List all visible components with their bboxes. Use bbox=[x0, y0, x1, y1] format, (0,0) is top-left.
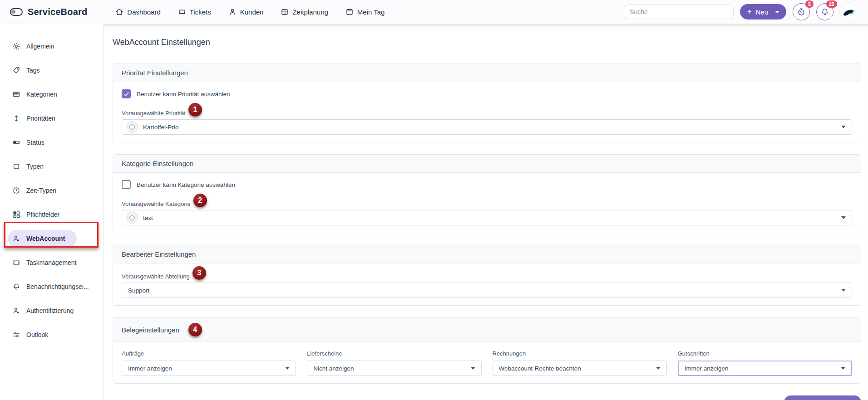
category-select-value: test bbox=[143, 215, 153, 221]
rechnungen-field: Rechnungen Webaccount-Rechte beachten bbox=[493, 350, 667, 376]
gutschriften-select[interactable]: Immer anzeigen bbox=[678, 361, 852, 376]
sidebar-item-allgemein[interactable]: Allgemein bbox=[0, 34, 103, 58]
chevron-down-icon bbox=[656, 367, 661, 370]
sidebar-item-benachrichtigung[interactable]: Benachrichtigungsei... bbox=[0, 274, 103, 298]
serviceboard-logo-icon bbox=[10, 8, 23, 16]
check-icon bbox=[123, 91, 129, 97]
priority-select[interactable]: Kartoffel-Prio bbox=[122, 119, 852, 135]
timer-badge: 5 bbox=[805, 0, 814, 8]
nav-label: Tickets bbox=[190, 8, 211, 16]
new-button[interactable]: + Neu bbox=[740, 4, 786, 20]
card-body: Benutzer kann Priorität auswählen Voraus… bbox=[113, 82, 861, 142]
active-item-pill: WebAccount bbox=[8, 230, 77, 247]
priority-color-icon bbox=[126, 121, 138, 133]
card-header-label: Kategorie Einstellungen bbox=[122, 160, 193, 167]
nav-item-mein-tag[interactable]: Mein Tag bbox=[345, 8, 385, 16]
topbar: ServiceBoard Dashboard Tickets Kunden Ze… bbox=[0, 0, 868, 24]
sidebar-item-label: Outlook bbox=[26, 331, 48, 338]
department-select[interactable]: Support bbox=[122, 283, 852, 298]
gutschriften-label: Gutschriften bbox=[678, 350, 852, 357]
priority-checkbox-row: Benutzer kann Priorität auswählen bbox=[122, 89, 852, 98]
top-navigation: Dashboard Tickets Kunden Zeitplanung Mei… bbox=[115, 8, 385, 16]
sidebar-item-authentifizierung[interactable]: Authentifizierung bbox=[0, 298, 103, 322]
sidebar-item-prioritaeten[interactable]: Prioritäten bbox=[0, 106, 103, 130]
lieferscheine-select[interactable]: Nicht anzeigen bbox=[307, 361, 481, 376]
sidebar-item-label: Taskmanagement bbox=[26, 259, 77, 266]
sidebar-item-webaccount[interactable]: WebAccount bbox=[0, 226, 103, 250]
tag-icon bbox=[12, 66, 20, 74]
timer-button[interactable]: 5 bbox=[793, 3, 810, 20]
chevron-down-icon bbox=[285, 367, 290, 370]
sidebar-item-label: Allgemein bbox=[26, 43, 54, 50]
priority-checkbox[interactable] bbox=[122, 89, 131, 98]
sidebar-item-tags[interactable]: Tags bbox=[0, 58, 103, 82]
auftraege-field: Aufträge Immer anzeigen bbox=[122, 350, 296, 376]
sidebar-item-label: Benachrichtigungsei... bbox=[26, 283, 89, 290]
card-header-label: Bearbeiter Einstellungen bbox=[122, 250, 196, 258]
sidebar-item-pflichtfelder[interactable]: Pflichtfelder bbox=[0, 202, 103, 226]
sidebar-item-zeit-typen[interactable]: Zeit-Typen bbox=[0, 178, 103, 202]
chevron-down-icon bbox=[775, 11, 779, 13]
stopwatch-icon bbox=[797, 7, 806, 16]
sidebar-item-status[interactable]: Status bbox=[0, 130, 103, 154]
nav-item-tickets[interactable]: Tickets bbox=[178, 8, 211, 16]
list-icon bbox=[12, 90, 20, 98]
card-header: Belegeinstellungen 4 bbox=[113, 318, 861, 342]
lieferscheine-field: Lieferscheine Nicht anzeigen bbox=[307, 350, 481, 376]
rechnungen-select[interactable]: Webaccount-Rechte beachten bbox=[493, 361, 667, 376]
priority-checkbox-label: Benutzer kann Priorität auswählen bbox=[137, 91, 230, 98]
rechnungen-label: Rechnungen bbox=[493, 350, 667, 357]
card-body: Vorausgewählte Abteilung 3 Support bbox=[113, 263, 861, 305]
new-button-label: Neu bbox=[755, 8, 768, 16]
sidebar-item-label: Status bbox=[26, 139, 44, 146]
sidebar-item-taskmanagement[interactable]: Taskmanagement bbox=[0, 250, 103, 274]
nav-item-zeitplanung[interactable]: Zeitplanung bbox=[281, 8, 328, 16]
category-checkbox-label: Benutzer kann Kategorie auswählen bbox=[137, 181, 235, 188]
chevron-down-icon bbox=[841, 289, 846, 292]
document-settings-card: Belegeinstellungen 4 Aufträge Immer anze… bbox=[113, 317, 861, 384]
auftraege-select[interactable]: Immer anzeigen bbox=[122, 361, 296, 376]
card-header: Kategorie Einstellungen bbox=[113, 155, 861, 173]
notifications-button[interactable]: 25 bbox=[816, 3, 833, 20]
brand[interactable]: ServiceBoard bbox=[10, 7, 87, 17]
sidebar-item-label: Zeit-Typen bbox=[26, 187, 56, 194]
chevron-down-icon bbox=[471, 367, 475, 370]
sidebar-item-label: Authentifizierung bbox=[26, 307, 74, 314]
gutschriften-select-value: Immer anzeigen bbox=[685, 365, 729, 372]
category-select[interactable]: test bbox=[122, 210, 852, 225]
annotation-badge-4: 4 bbox=[188, 323, 202, 337]
category-checkbox[interactable] bbox=[122, 180, 131, 189]
agent-settings-card: Bearbeiter Einstellungen Vorausgewählte … bbox=[113, 245, 861, 306]
auftraege-select-value: Immer anzeigen bbox=[128, 365, 172, 372]
plus-icon: + bbox=[747, 8, 751, 15]
chevron-down-icon bbox=[841, 126, 846, 128]
category-color-icon bbox=[126, 212, 138, 224]
sidebar-item-label: Prioritäten bbox=[26, 115, 55, 122]
toggle-icon bbox=[12, 138, 20, 146]
ticket-icon bbox=[12, 259, 20, 267]
nav-label: Mein Tag bbox=[357, 8, 385, 16]
sidebar-item-typen[interactable]: Typen bbox=[0, 154, 103, 178]
department-select-label-row: Vorausgewählte Abteilung 3 bbox=[122, 272, 852, 280]
settings-sidebar: Allgemein Tags Kategorien Prioritäten St… bbox=[0, 24, 104, 400]
card-body: Benutzer kann Kategorie auswählen Voraus… bbox=[113, 173, 861, 233]
chevron-down-icon bbox=[841, 216, 846, 219]
sliders-icon bbox=[12, 331, 20, 339]
sidebar-item-kategorien[interactable]: Kategorien bbox=[0, 82, 103, 106]
gear-icon bbox=[12, 42, 20, 50]
chevron-down-icon bbox=[841, 367, 845, 370]
annotation-badge-3: 3 bbox=[192, 266, 206, 280]
annotation-badge-1: 1 bbox=[188, 103, 202, 117]
user-avatar[interactable] bbox=[840, 3, 858, 21]
bell-icon bbox=[12, 283, 20, 291]
notifications-badge: 25 bbox=[826, 0, 837, 8]
sidebar-item-outlook[interactable]: Outlook bbox=[0, 322, 103, 346]
nav-item-dashboard[interactable]: Dashboard bbox=[115, 8, 160, 16]
search-input[interactable] bbox=[624, 5, 734, 19]
save-settings-button[interactable]: Einstellungen speichern bbox=[784, 395, 861, 400]
arrows-vertical-icon bbox=[12, 114, 20, 122]
nav-item-kunden[interactable]: Kunden bbox=[228, 8, 264, 16]
lieferscheine-label: Lieferscheine bbox=[307, 350, 481, 357]
lieferscheine-select-value: Nicht anzeigen bbox=[313, 365, 354, 372]
nav-label: Dashboard bbox=[127, 8, 160, 16]
